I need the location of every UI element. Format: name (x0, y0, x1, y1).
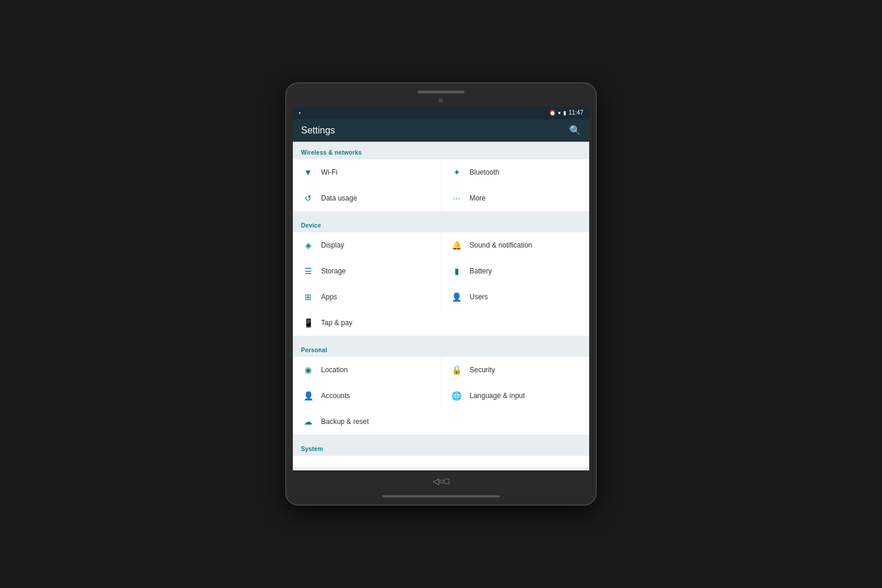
section-label-personal: Personal (301, 347, 328, 353)
alarm-icon: ⏰ (549, 110, 556, 116)
bottom-nav: ◁ ○ □ (397, 470, 485, 492)
status-right: ⏰ ▾ ▮ 11:47 (549, 109, 583, 116)
language-icon: 🌐 (450, 389, 464, 403)
sound-label: Sound & notification (470, 241, 533, 249)
settings-content: Wireless & networks ▼ Wi-Fi ✦ (293, 142, 589, 470)
users-label: Users (470, 293, 488, 301)
status-bar: ▪ ⏰ ▾ ▮ 11:47 (293, 106, 589, 119)
users-item[interactable]: 👤 Users (442, 284, 590, 310)
section-personal: Personal ◉ Location 🔒 (293, 339, 589, 435)
security-icon: 🔒 (450, 363, 464, 377)
wifi-item[interactable]: ▼ Wi-Fi (293, 159, 441, 185)
tap-pay-item[interactable]: 📱 Tap & pay (293, 310, 589, 336)
status-left: ▪ (299, 110, 300, 116)
section-label-wireless: Wireless & networks (301, 149, 362, 156)
bluetooth-icon: ✦ (450, 165, 464, 179)
camera (439, 98, 443, 103)
accounts-icon: 👤 (301, 389, 315, 403)
section-system: System (293, 438, 589, 467)
location-label: Location (321, 366, 348, 374)
battery-item[interactable]: ▮ Battery (442, 258, 590, 284)
bluetooth-item[interactable]: ✦ Bluetooth (442, 159, 590, 185)
display-label: Display (321, 241, 344, 249)
speaker-top (417, 91, 465, 93)
device-row-2: ☰ Storage ▮ Battery (293, 258, 589, 284)
section-device: Device ◈ Display 🔔 Sou (293, 215, 589, 336)
sound-item[interactable]: 🔔 Sound & notification (442, 232, 590, 258)
backup-icon: ☁ (301, 415, 315, 429)
bottom-bar (382, 495, 500, 497)
device-row-1: ◈ Display 🔔 Sound & notification (293, 232, 589, 258)
apps-label: Apps (321, 293, 337, 301)
battery-label: Battery (470, 267, 492, 275)
tap-icon: 📱 (301, 316, 315, 330)
apps-item[interactable]: ⊞ Apps (293, 284, 441, 310)
display-icon: ◈ (301, 238, 315, 252)
backup-item[interactable]: ☁ Backup & reset (293, 409, 589, 435)
wifi-label: Wi-Fi (321, 168, 338, 176)
page-title: Settings (301, 125, 335, 136)
language-item[interactable]: 🌐 Language & input (442, 383, 590, 409)
personal-row-2: 👤 Accounts 🌐 Language & input (293, 383, 589, 409)
users-icon: 👤 (450, 290, 464, 304)
app-bar: Settings 🔍 (293, 119, 589, 142)
data-label: Data usage (321, 194, 357, 202)
clock: 11:47 (569, 109, 583, 116)
personal-row-1: ◉ Location 🔒 Security (293, 357, 589, 383)
sound-icon: 🔔 (450, 238, 464, 252)
data-icon: ↺ (301, 191, 315, 205)
wireless-items: ▼ Wi-Fi ✦ Bluetooth (293, 159, 589, 211)
tablet-screen: ▪ ⏰ ▾ ▮ 11:47 Settings 🔍 Wireless & netw… (293, 106, 589, 470)
security-label: Security (470, 366, 495, 374)
device-items: ◈ Display 🔔 Sound & notification (293, 232, 589, 336)
wireless-row-2: ↺ Data usage ··· More (293, 185, 589, 211)
more-label: More (470, 194, 486, 202)
section-label-system: System (301, 446, 323, 452)
apps-icon: ⊞ (301, 290, 315, 304)
section-wireless: Wireless & networks ▼ Wi-Fi ✦ (293, 142, 589, 211)
location-item[interactable]: ◉ Location (293, 357, 441, 383)
location-icon: ◉ (301, 363, 315, 377)
more-item[interactable]: ··· More (442, 185, 590, 211)
section-header-wireless: Wireless & networks (293, 142, 589, 159)
accounts-item[interactable]: 👤 Accounts (293, 383, 441, 409)
accounts-label: Accounts (321, 392, 350, 400)
storage-label: Storage (321, 267, 346, 275)
system-items (293, 456, 589, 467)
storage-item[interactable]: ☰ Storage (293, 258, 441, 284)
back-button[interactable]: ◁ (433, 476, 439, 486)
device-row-3: ⊞ Apps 👤 Users (293, 284, 589, 310)
security-item[interactable]: 🔒 Security (442, 357, 590, 383)
personal-items: ◉ Location 🔒 Security (293, 357, 589, 435)
storage-icon: ☰ (301, 264, 315, 278)
tablet-device: ▪ ⏰ ▾ ▮ 11:47 Settings 🔍 Wireless & netw… (285, 82, 597, 506)
data-usage-item[interactable]: ↺ Data usage (293, 185, 441, 211)
sim-icon: ▪ (299, 110, 300, 116)
home-button[interactable]: ○ (439, 476, 444, 486)
language-label: Language & input (470, 392, 525, 400)
wifi-icon: ▼ (301, 165, 315, 179)
display-item[interactable]: ◈ Display (293, 232, 441, 258)
recents-button[interactable]: □ (445, 476, 449, 486)
section-header-personal: Personal (293, 339, 589, 357)
section-header-device: Device (293, 215, 589, 232)
battery-icon: ▮ (450, 264, 464, 278)
tap-label: Tap & pay (321, 319, 352, 327)
more-icon: ··· (450, 191, 464, 205)
wireless-row-1: ▼ Wi-Fi ✦ Bluetooth (293, 159, 589, 185)
search-button[interactable]: 🔍 (569, 125, 581, 136)
section-header-system: System (293, 438, 589, 456)
wifi-icon: ▾ (558, 110, 561, 116)
bluetooth-label: Bluetooth (470, 168, 500, 176)
battery-icon: ▮ (563, 110, 566, 116)
backup-label: Backup & reset (321, 417, 369, 426)
section-label-device: Device (301, 222, 321, 229)
